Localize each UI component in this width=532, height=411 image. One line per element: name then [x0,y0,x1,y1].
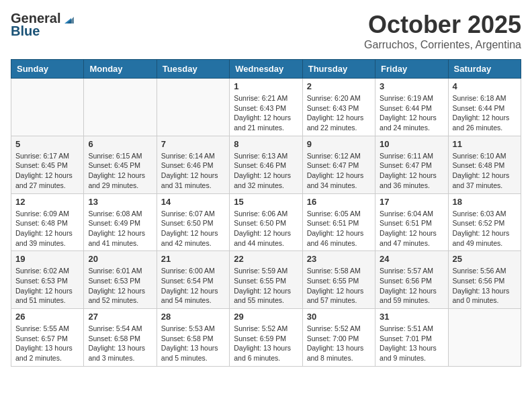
day-number: 21 [161,254,225,264]
day-info: Sunrise: 6:17 AM Sunset: 6:45 PM Dayligh… [15,151,79,191]
calendar-week-row: 12Sunrise: 6:09 AM Sunset: 6:48 PM Dayli… [11,193,521,251]
page-header: General Blue October 2025 Garruchos, Cor… [11,11,521,51]
calendar-cell: 12Sunrise: 6:09 AM Sunset: 6:48 PM Dayli… [11,193,84,251]
day-number: 20 [88,254,152,264]
calendar-cell: 7Sunrise: 6:14 AM Sunset: 6:46 PM Daylig… [157,136,229,193]
day-number: 12 [15,197,79,207]
calendar-cell: 3Sunrise: 6:19 AM Sunset: 6:44 PM Daylig… [375,79,448,136]
day-number: 26 [15,312,79,322]
day-info: Sunrise: 5:55 AM Sunset: 6:57 PM Dayligh… [15,324,79,363]
calendar-cell: 29Sunrise: 5:52 AM Sunset: 6:59 PM Dayli… [230,309,302,367]
calendar-day-header: Friday [375,60,448,79]
day-info: Sunrise: 6:04 AM Sunset: 6:51 PM Dayligh… [380,209,443,248]
day-number: 14 [161,197,225,207]
day-number: 8 [234,139,298,149]
day-info: Sunrise: 5:52 AM Sunset: 7:00 PM Dayligh… [307,324,371,363]
day-info: Sunrise: 5:58 AM Sunset: 6:55 PM Dayligh… [307,266,371,306]
day-info: Sunrise: 5:54 AM Sunset: 6:58 PM Dayligh… [88,324,152,363]
day-info: Sunrise: 6:05 AM Sunset: 6:51 PM Dayligh… [307,209,371,248]
day-number: 23 [307,254,371,264]
calendar-week-row: 19Sunrise: 6:02 AM Sunset: 6:53 PM Dayli… [11,251,521,309]
day-info: Sunrise: 6:14 AM Sunset: 6:46 PM Dayligh… [161,151,225,191]
calendar-cell: 19Sunrise: 6:02 AM Sunset: 6:53 PM Dayli… [11,251,84,309]
calendar-header-row: SundayMondayTuesdayWednesdayThursdayFrid… [11,60,521,79]
day-info: Sunrise: 5:57 AM Sunset: 6:56 PM Dayligh… [380,266,443,306]
day-number: 10 [380,139,443,149]
day-info: Sunrise: 6:02 AM Sunset: 6:53 PM Dayligh… [15,266,79,306]
logo: General Blue [11,11,74,39]
calendar-cell: 16Sunrise: 6:05 AM Sunset: 6:51 PM Dayli… [302,193,375,251]
day-info: Sunrise: 6:06 AM Sunset: 6:50 PM Dayligh… [234,209,298,248]
month-title: October 2025 [364,11,521,39]
day-number: 3 [380,81,443,91]
calendar-day-header: Thursday [302,60,375,79]
calendar-cell: 28Sunrise: 5:53 AM Sunset: 6:58 PM Dayli… [157,309,229,367]
day-number: 18 [453,197,517,207]
calendar-cell [448,309,521,367]
calendar-cell: 27Sunrise: 5:54 AM Sunset: 6:58 PM Dayli… [84,309,157,367]
day-info: Sunrise: 5:53 AM Sunset: 6:58 PM Dayligh… [161,324,225,363]
calendar-cell: 1Sunrise: 6:21 AM Sunset: 6:43 PM Daylig… [230,79,302,136]
day-number: 2 [307,81,371,91]
day-info: Sunrise: 6:19 AM Sunset: 6:44 PM Dayligh… [380,93,443,133]
calendar-cell: 9Sunrise: 6:12 AM Sunset: 6:47 PM Daylig… [302,136,375,193]
day-number: 22 [234,254,298,264]
calendar-cell: 30Sunrise: 5:52 AM Sunset: 7:00 PM Dayli… [302,309,375,367]
day-info: Sunrise: 6:08 AM Sunset: 6:49 PM Dayligh… [88,209,152,248]
calendar-cell: 18Sunrise: 6:03 AM Sunset: 6:52 PM Dayli… [448,193,521,251]
day-info: Sunrise: 6:18 AM Sunset: 6:44 PM Dayligh… [453,93,517,133]
calendar-cell: 26Sunrise: 5:55 AM Sunset: 6:57 PM Dayli… [11,309,84,367]
calendar-cell: 11Sunrise: 6:10 AM Sunset: 6:48 PM Dayli… [448,136,521,193]
calendar-cell: 13Sunrise: 6:08 AM Sunset: 6:49 PM Dayli… [84,193,157,251]
calendar-week-row: 5Sunrise: 6:17 AM Sunset: 6:45 PM Daylig… [11,136,521,193]
day-info: Sunrise: 6:13 AM Sunset: 6:46 PM Dayligh… [234,151,298,191]
day-info: Sunrise: 6:00 AM Sunset: 6:54 PM Dayligh… [161,266,225,306]
title-section: October 2025 Garruchos, Corrientes, Arge… [364,11,521,51]
day-number: 1 [234,81,298,91]
svg-marker-1 [67,17,74,24]
day-number: 4 [453,81,517,91]
day-number: 27 [88,312,152,322]
day-info: Sunrise: 6:20 AM Sunset: 6:43 PM Dayligh… [307,93,371,133]
calendar-cell: 17Sunrise: 6:04 AM Sunset: 6:51 PM Dayli… [375,193,448,251]
day-info: Sunrise: 5:59 AM Sunset: 6:55 PM Dayligh… [234,266,298,306]
calendar-day-header: Wednesday [230,60,302,79]
calendar-week-row: 26Sunrise: 5:55 AM Sunset: 6:57 PM Dayli… [11,309,521,367]
day-info: Sunrise: 5:52 AM Sunset: 6:59 PM Dayligh… [234,324,298,363]
calendar-day-header: Sunday [11,60,84,79]
day-number: 13 [88,197,152,207]
calendar-cell: 21Sunrise: 6:00 AM Sunset: 6:54 PM Dayli… [157,251,229,309]
day-number: 11 [453,139,517,149]
day-number: 31 [380,312,443,322]
logo-blue-text: Blue [11,24,40,39]
day-number: 15 [234,197,298,207]
day-number: 30 [307,312,371,322]
day-number: 9 [307,139,371,149]
day-info: Sunrise: 6:12 AM Sunset: 6:47 PM Dayligh… [307,151,371,191]
day-info: Sunrise: 5:56 AM Sunset: 6:56 PM Dayligh… [453,266,517,306]
calendar-cell [157,79,229,136]
day-info: Sunrise: 6:03 AM Sunset: 6:52 PM Dayligh… [453,209,517,248]
calendar-body: 1Sunrise: 6:21 AM Sunset: 6:43 PM Daylig… [11,79,521,367]
day-info: Sunrise: 6:09 AM Sunset: 6:48 PM Dayligh… [15,209,79,248]
logo-icon [62,13,74,25]
calendar-cell: 31Sunrise: 5:51 AM Sunset: 7:01 PM Dayli… [375,309,448,367]
day-number: 16 [307,197,371,207]
calendar-week-row: 1Sunrise: 6:21 AM Sunset: 6:43 PM Daylig… [11,79,521,136]
day-number: 24 [380,254,443,264]
calendar-cell: 15Sunrise: 6:06 AM Sunset: 6:50 PM Dayli… [230,193,302,251]
calendar-day-header: Monday [84,60,157,79]
calendar-table: SundayMondayTuesdayWednesdayThursdayFrid… [11,59,521,367]
day-info: Sunrise: 6:10 AM Sunset: 6:48 PM Dayligh… [453,151,517,191]
day-number: 7 [161,139,225,149]
calendar-cell: 2Sunrise: 6:20 AM Sunset: 6:43 PM Daylig… [302,79,375,136]
day-number: 17 [380,197,443,207]
day-info: Sunrise: 5:51 AM Sunset: 7:01 PM Dayligh… [380,324,443,363]
day-number: 19 [15,254,79,264]
location-title: Garruchos, Corrientes, Argentina [364,39,521,51]
calendar-cell: 14Sunrise: 6:07 AM Sunset: 6:50 PM Dayli… [157,193,229,251]
calendar-cell: 4Sunrise: 6:18 AM Sunset: 6:44 PM Daylig… [448,79,521,136]
day-info: Sunrise: 6:15 AM Sunset: 6:45 PM Dayligh… [88,151,152,191]
calendar-day-header: Saturday [448,60,521,79]
calendar-cell: 6Sunrise: 6:15 AM Sunset: 6:45 PM Daylig… [84,136,157,193]
